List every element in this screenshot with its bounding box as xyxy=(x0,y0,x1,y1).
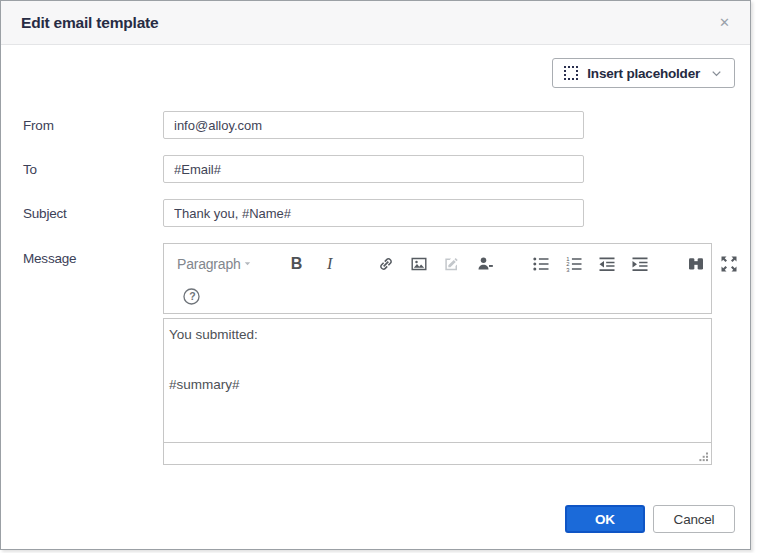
edit-template-button[interactable] xyxy=(437,250,467,278)
dialog-titlebar: Edit email template ✕ xyxy=(1,1,750,45)
find-replace-button[interactable] xyxy=(681,250,711,278)
link-button[interactable] xyxy=(371,250,401,278)
format-select[interactable]: Paragraph xyxy=(168,249,264,279)
help-group: ? xyxy=(168,282,214,310)
bullet-list-icon xyxy=(531,254,551,274)
message-body[interactable]: You submitted: #summary# xyxy=(164,319,711,442)
outdent-icon xyxy=(597,254,617,274)
editor-statusbar xyxy=(164,442,711,464)
list-indent-group: 123 xyxy=(518,250,663,278)
outdent-button[interactable] xyxy=(592,250,622,278)
from-label: From xyxy=(1,118,163,133)
from-row: From xyxy=(1,111,750,139)
insert-image-button[interactable] xyxy=(404,250,434,278)
message-row: Message Paragraph B xyxy=(1,243,750,465)
from-input[interactable] xyxy=(163,111,584,139)
help-icon: ? xyxy=(181,286,202,307)
edit-email-template-dialog: Edit email template ✕ Insert placeholder… xyxy=(0,0,751,550)
ok-button[interactable]: OK xyxy=(565,505,645,533)
subject-input[interactable] xyxy=(163,199,584,227)
caret-down-icon xyxy=(241,257,254,270)
editor-toolbar: Paragraph B I xyxy=(163,243,712,314)
chevron-down-icon xyxy=(709,66,724,81)
dialog-footer: OK Cancel xyxy=(565,505,735,533)
svg-text:?: ? xyxy=(189,290,195,302)
bullet-list-button[interactable] xyxy=(526,250,556,278)
numbered-list-button[interactable]: 123 xyxy=(559,250,589,278)
bold-button[interactable]: B xyxy=(282,250,312,278)
svg-text:3: 3 xyxy=(566,266,569,272)
cancel-button[interactable]: Cancel xyxy=(653,505,735,533)
message-label: Message xyxy=(1,243,163,266)
insert-placeholder-label: Insert placeholder xyxy=(587,66,700,81)
find-replace-icon xyxy=(686,254,706,274)
subject-row: Subject xyxy=(1,199,750,227)
user-icon xyxy=(475,254,495,274)
close-icon[interactable]: ✕ xyxy=(719,16,730,29)
italic-icon: I xyxy=(327,255,332,273)
insert-user-button[interactable] xyxy=(470,250,500,278)
numbered-list-icon: 123 xyxy=(564,254,584,274)
fullscreen-button[interactable] xyxy=(714,250,744,278)
placeholder-dotted-square-icon xyxy=(564,66,578,80)
editor-content-box: You submitted: #summary# xyxy=(163,318,712,465)
rich-text-editor: Paragraph B I xyxy=(163,243,712,465)
edit-template-icon xyxy=(442,254,462,274)
to-label: To xyxy=(1,162,163,177)
subject-label: Subject xyxy=(1,206,163,221)
image-icon xyxy=(409,254,429,274)
bold-icon: B xyxy=(291,255,303,273)
dialog-title: Edit email template xyxy=(21,14,158,32)
insert-placeholder-button[interactable]: Insert placeholder xyxy=(552,58,735,88)
to-row: To xyxy=(1,155,750,183)
text-style-group: B I xyxy=(274,250,353,278)
tools-group xyxy=(673,250,752,278)
fullscreen-icon xyxy=(719,254,739,274)
help-button[interactable]: ? xyxy=(176,282,206,310)
italic-button[interactable]: I xyxy=(315,250,345,278)
toolbar-row-1: Paragraph B I xyxy=(164,244,711,283)
format-select-value: Paragraph xyxy=(177,256,241,272)
header-actions: Insert placeholder xyxy=(1,45,750,88)
indent-button[interactable] xyxy=(625,250,655,278)
insert-group xyxy=(363,250,508,278)
indent-icon xyxy=(630,254,650,274)
toolbar-row-2: ? xyxy=(164,283,711,313)
to-input[interactable] xyxy=(163,155,584,183)
resize-grip[interactable] xyxy=(698,451,709,462)
link-icon xyxy=(376,254,396,274)
